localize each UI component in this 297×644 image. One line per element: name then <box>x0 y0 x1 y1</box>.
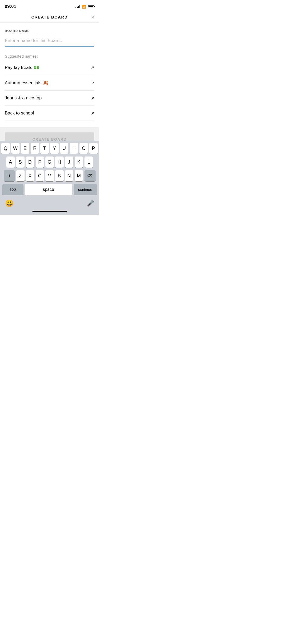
suggestion-text: Autumn essentials 🍂 <box>5 80 48 86</box>
keyboard-bottom: 😃 🎤 <box>1 198 98 210</box>
space-key[interactable]: space <box>25 184 72 195</box>
key-s[interactable]: S <box>16 157 25 168</box>
key-i[interactable]: I <box>70 143 78 154</box>
status-bar: 09:01 📶 <box>0 0 99 12</box>
header: CREATE BOARD × <box>0 12 99 23</box>
suggestion-text: Jeans & a nice top <box>5 95 42 101</box>
suggestion-text: Payday treats 💵 <box>5 65 39 70</box>
close-button[interactable]: × <box>91 14 94 20</box>
status-icons: 📶 <box>76 5 94 9</box>
key-u[interactable]: U <box>60 143 68 154</box>
keyboard-row-3: ⬆ Z X C V B N M ⌫ <box>1 170 98 181</box>
board-name-input[interactable] <box>5 36 94 47</box>
signal-icon <box>76 5 80 8</box>
shift-key[interactable]: ⬆ <box>4 170 15 181</box>
emoji-icon[interactable]: 😃 <box>5 199 13 208</box>
wifi-icon: 📶 <box>82 5 86 9</box>
board-name-label: BOARD NAME <box>5 29 94 33</box>
key-w[interactable]: W <box>11 143 20 154</box>
key-r[interactable]: R <box>31 143 39 154</box>
suggestions-list: Payday treats 💵 ↗ Autumn essentials 🍂 ↗ … <box>5 60 94 121</box>
backspace-key[interactable]: ⌫ <box>84 170 96 181</box>
key-c[interactable]: C <box>36 170 44 181</box>
key-x[interactable]: X <box>26 170 34 181</box>
keyboard-row-4: 123 space continue <box>1 184 98 195</box>
battery-icon <box>88 5 94 8</box>
key-n[interactable]: N <box>65 170 73 181</box>
key-p[interactable]: P <box>89 143 98 154</box>
key-v[interactable]: V <box>45 170 54 181</box>
suggestion-item[interactable]: Autumn essentials 🍂 ↗ <box>5 75 94 91</box>
suggestion-item[interactable]: Back to school ↗ <box>5 106 94 121</box>
numbers-key[interactable]: 123 <box>2 184 23 195</box>
key-b[interactable]: B <box>55 170 64 181</box>
suggestion-arrow-icon: ↗ <box>91 111 94 116</box>
key-l[interactable]: L <box>84 157 93 168</box>
suggestion-arrow-icon: ↗ <box>91 80 94 85</box>
key-o[interactable]: O <box>79 143 88 154</box>
suggestion-text: Back to school <box>5 111 34 116</box>
key-a[interactable]: A <box>6 157 15 168</box>
status-time: 09:01 <box>5 4 16 9</box>
key-z[interactable]: Z <box>16 170 25 181</box>
key-f[interactable]: F <box>36 157 44 168</box>
key-g[interactable]: G <box>45 157 54 168</box>
key-t[interactable]: T <box>40 143 49 154</box>
key-m[interactable]: M <box>75 170 83 181</box>
key-y[interactable]: Y <box>50 143 59 154</box>
suggestion-item[interactable]: Payday treats 💵 ↗ <box>5 60 94 75</box>
content-area: BOARD NAME Suggested names: Payday treat… <box>0 23 99 121</box>
page-title: CREATE BOARD <box>31 15 68 19</box>
continue-key[interactable]: continue <box>74 184 97 195</box>
key-h[interactable]: H <box>55 157 64 168</box>
key-q[interactable]: Q <box>1 143 10 154</box>
key-j[interactable]: J <box>65 157 73 168</box>
keyboard-row-2: A S D F G H J K L <box>1 157 98 168</box>
keyboard: Q W E R T Y U I O P A S D F G H J K L ⬆ … <box>0 141 99 215</box>
suggestion-item[interactable]: Jeans & a nice top ↗ <box>5 91 94 106</box>
suggestion-arrow-icon: ↗ <box>91 96 94 101</box>
key-d[interactable]: D <box>26 157 34 168</box>
key-e[interactable]: E <box>21 143 29 154</box>
suggested-names-label: Suggested names: <box>5 54 94 58</box>
key-k[interactable]: K <box>75 157 83 168</box>
keyboard-row-1: Q W E R T Y U I O P <box>1 143 98 154</box>
microphone-icon[interactable]: 🎤 <box>87 200 94 207</box>
home-indicator <box>32 211 67 212</box>
suggestion-arrow-icon: ↗ <box>91 65 94 70</box>
